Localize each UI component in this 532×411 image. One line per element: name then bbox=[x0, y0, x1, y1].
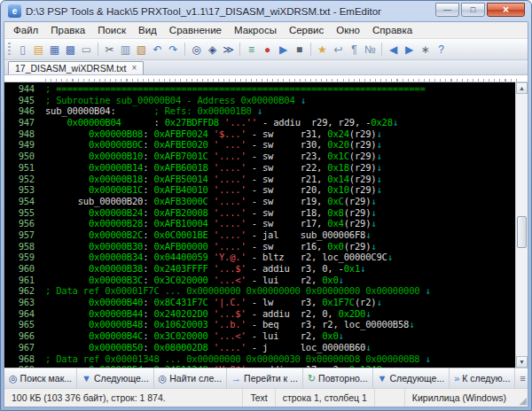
menu-item-search[interactable]: Поиск bbox=[91, 23, 132, 37]
line-number: 966 bbox=[4, 330, 35, 342]
line-number: 954 bbox=[4, 196, 35, 207]
bottom-button-label: Повторно... bbox=[318, 373, 368, 384]
bookmark-icon[interactable]: ★ bbox=[315, 42, 330, 57]
line-number: 958 bbox=[4, 241, 35, 252]
line-number: 952 bbox=[4, 174, 35, 185]
paste-icon[interactable]: ▧ bbox=[134, 42, 149, 57]
copy-icon[interactable]: ▥ bbox=[118, 42, 133, 57]
line-number: 960 bbox=[4, 263, 35, 275]
code-line: 0x00000B24: 0xAFB20008 '....' - sw r18, … bbox=[45, 207, 515, 219]
bottom-goto-icon: → bbox=[231, 374, 241, 384]
close-button[interactable]: × bbox=[487, 3, 525, 17]
save-icon[interactable]: ▦ bbox=[47, 42, 62, 57]
scroll-down-button[interactable]: ▼ bbox=[516, 356, 528, 368]
bottom-goto-button[interactable]: →Перейти к ... bbox=[227, 368, 303, 388]
replace-icon[interactable]: ◈ bbox=[205, 42, 220, 57]
bottom-select-button[interactable]: ≡Выделить ... bbox=[515, 368, 528, 388]
vertical-scrollbar[interactable]: ▲ ▼ bbox=[515, 82, 528, 368]
line-number: 956 bbox=[4, 218, 35, 229]
tab-close-icon[interactable]: × bbox=[131, 64, 137, 73]
bottom-to-next-button[interactable]: »К следую... bbox=[450, 368, 515, 388]
scroll-up-button[interactable]: ▲ bbox=[516, 82, 528, 94]
status-doc-type: Text bbox=[242, 389, 274, 407]
status-caret-position: строка 1, столбец 1 bbox=[275, 389, 374, 407]
bottom-find-next-button[interactable]: ◎Найти сле... bbox=[154, 368, 227, 388]
resize-grip-icon[interactable]: ◢ bbox=[513, 389, 528, 407]
bottom-button-label: Следующе... bbox=[389, 373, 444, 384]
code-line: 0x00000B0C: 0xAFBE0020 ' ...' - sw r30, … bbox=[45, 139, 515, 151]
code-line: 0x00000B2C: 0x0C0001BE '....' - jal sub_… bbox=[45, 229, 515, 241]
bottom-button-label: К следую... bbox=[462, 373, 510, 384]
bottom-search-macro-icon: ◎ bbox=[9, 374, 18, 384]
tab-17-disasm[interactable]: 17_DISASM_wiXDRSM.txt × bbox=[8, 61, 144, 74]
save-all-icon[interactable]: ▩ bbox=[63, 42, 78, 57]
bottom-next2-button[interactable]: ▼Следующе... bbox=[373, 368, 450, 388]
toolbar-separator bbox=[98, 43, 98, 56]
ruler bbox=[4, 75, 528, 82]
redo-icon[interactable]: ↷ bbox=[166, 42, 181, 57]
menu-bar: ФайлПравкаПоискВидСравнениеМакросыСервис… bbox=[4, 22, 528, 39]
line-number: 950 bbox=[4, 151, 35, 162]
line-number: 961 bbox=[4, 275, 35, 286]
line-number: 945 bbox=[4, 95, 35, 106]
editor[interactable]: 9449459469479489499509519529539549559569… bbox=[4, 82, 528, 368]
line-number: 959 bbox=[4, 252, 35, 263]
special-chars-icon[interactable]: ¶ bbox=[347, 42, 362, 57]
code-line: 0x00000B34: 0x04400059 'Y.@.' - bltz r2,… bbox=[45, 252, 515, 263]
cut-icon[interactable]: ✂ bbox=[102, 42, 117, 57]
line-numbers-icon[interactable]: № bbox=[363, 42, 378, 57]
open-folder-icon[interactable]: ▤ bbox=[31, 42, 46, 57]
menu-item-edit[interactable]: Правка bbox=[44, 23, 91, 37]
find-icon[interactable]: ◎ bbox=[189, 42, 204, 57]
compare-icon[interactable]: ≡ bbox=[244, 42, 259, 57]
code-line: 0x00000B18: 0xAFB50014 '....' - sw r21, … bbox=[45, 174, 515, 185]
menu-item-tools[interactable]: Сервис bbox=[283, 23, 330, 37]
bottom-repeat-button[interactable]: ↻Повторно... bbox=[303, 368, 373, 388]
help-icon[interactable]: ? bbox=[434, 42, 449, 57]
status-file-info: 100 КБ (103 376 байт), строк: 1 874. bbox=[4, 389, 242, 407]
prev-doc-icon[interactable]: ◀ bbox=[386, 42, 401, 57]
menu-item-file[interactable]: Файл bbox=[7, 23, 44, 37]
tab-bar: 17_DISASM_wiXDRSM.txt × bbox=[4, 60, 528, 75]
wrap-icon[interactable]: ↩ bbox=[331, 42, 346, 57]
code-line: sub_00000B20: 0xAFB3000C '....' - sw r19… bbox=[45, 196, 515, 207]
text-area[interactable]: ; ======================================… bbox=[40, 82, 515, 368]
ruler-ticks bbox=[45, 79, 517, 81]
code-line: 0x00000B28: 0xAFB10004 '....' - sw r17, … bbox=[45, 218, 515, 229]
line-number: 957 bbox=[4, 229, 35, 241]
settings-icon[interactable]: ∗ bbox=[418, 42, 433, 57]
window-title: D:\3 PSP Tools & Hack\5 PRXTool_v1.1\17_… bbox=[26, 6, 431, 17]
macro-record-icon[interactable]: ● bbox=[260, 42, 275, 57]
line-number-gutter[interactable]: 9449459469479489499509519529539549559569… bbox=[4, 82, 40, 368]
menu-item-macros[interactable]: Макросы bbox=[228, 23, 283, 37]
menu-item-view[interactable]: Вид bbox=[132, 23, 163, 37]
scrollbar-thumb[interactable] bbox=[517, 216, 527, 248]
find-next-icon[interactable]: ≫ bbox=[221, 42, 236, 57]
line-number: 946 bbox=[4, 105, 35, 117]
macro-save-icon[interactable]: ■ bbox=[292, 42, 307, 57]
undo-icon[interactable]: ↶ bbox=[150, 42, 165, 57]
code-line: 0x00000B10: 0xAFB7001C '....' - sw r23, … bbox=[45, 151, 515, 162]
print-icon[interactable]: ▭ bbox=[79, 42, 94, 57]
bottom-to-next-icon: » bbox=[454, 374, 459, 384]
bottom-search-macro-button[interactable]: ◎Поиск мак... bbox=[4, 368, 77, 388]
macro-play-icon[interactable]: ▶ bbox=[276, 42, 291, 57]
new-file-icon[interactable]: ▯ bbox=[15, 42, 30, 57]
code-line: ; Data ref 0x00001F7C ... 0x00000000 0x0… bbox=[45, 285, 515, 297]
next-doc-icon[interactable]: ▶ bbox=[402, 42, 417, 57]
window-content: ФайлПравкаПоискВидСравнениеМакросыСервис… bbox=[4, 21, 528, 407]
menu-item-help[interactable]: Справка bbox=[366, 23, 419, 37]
line-number: 944 bbox=[4, 83, 35, 95]
menu-item-window[interactable]: Окно bbox=[330, 23, 366, 37]
bottom-find-next-icon: ◎ bbox=[159, 374, 168, 384]
minimize-button[interactable]: — bbox=[435, 3, 459, 17]
line-number: 968 bbox=[4, 353, 35, 365]
maximize-button[interactable]: □ bbox=[461, 3, 485, 17]
code-line: 0x00000B1C: 0xAFB40010 '....' - sw r20, … bbox=[45, 184, 515, 196]
menu-item-compare[interactable]: Сравнение bbox=[163, 23, 228, 37]
bottom-next-button[interactable]: ▼Следующе... bbox=[77, 368, 154, 388]
code-line: 0x00000B48: 0x10620003 '..b.' - beq r3, … bbox=[45, 319, 515, 330]
app-icon: e bbox=[8, 4, 21, 18]
toolbar-separator bbox=[310, 43, 311, 56]
code-line: ; Subroutine sub_00000B04 - Address 0x00… bbox=[45, 95, 515, 106]
